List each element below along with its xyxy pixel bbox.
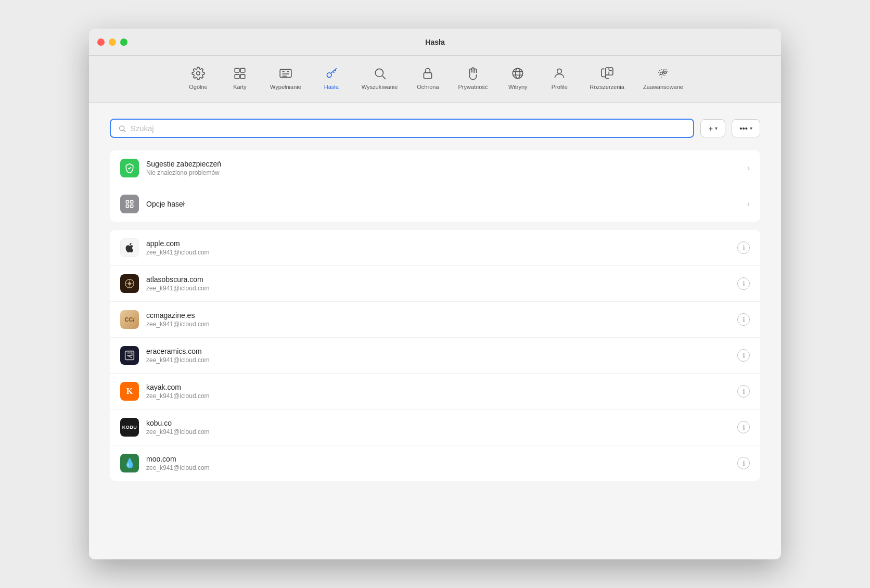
svg-line-25 (124, 130, 126, 132)
svg-point-17 (513, 68, 523, 79)
tab-zaawansowane[interactable]: Zaawansowane (634, 62, 693, 94)
svg-rect-26 (126, 200, 129, 203)
security-suggestions-row[interactable]: Sugestie zabezpieczeń Nie znaleziono pro… (110, 150, 760, 186)
tab-karty[interactable]: Karty (219, 62, 261, 94)
kobu-domain: kobu.co (146, 419, 730, 427)
cc-favicon: CC/ (120, 310, 139, 329)
kayak-info-button[interactable]: ℹ (737, 385, 750, 398)
atlas-favicon (120, 274, 139, 293)
kayak-email: zee_k941@icloud.com (146, 392, 730, 400)
tab-profile[interactable]: Profile (539, 62, 580, 94)
tab-zaawansowane-label: Zaawansowane (643, 84, 683, 90)
add-button[interactable]: + ▾ (700, 119, 725, 137)
tab-prywatnosc[interactable]: Prywatność (449, 62, 497, 94)
moo-text: moo.com zee_k941@icloud.com (146, 455, 730, 471)
search-input-icon (118, 124, 126, 133)
kayak-text: kayak.com zee_k941@icloud.com (146, 383, 730, 400)
globe-icon (510, 66, 525, 81)
tab-rozszerzenia-label: Rozszerzenia (590, 84, 624, 90)
era-favicon (120, 346, 139, 365)
list-item[interactable]: apple.com zee_k941@icloud.com ℹ (110, 230, 760, 266)
atlas-domain: atlasobscura.com (146, 275, 730, 284)
era-info-button[interactable]: ℹ (737, 349, 750, 362)
svg-rect-4 (240, 74, 245, 79)
svg-point-21 (557, 69, 562, 73)
tab-witryny-label: Witryny (508, 84, 528, 90)
svg-rect-29 (131, 205, 133, 208)
kobu-text: kobu.co zee_k941@icloud.com (146, 419, 730, 436)
tab-wypelnianie[interactable]: Wypełnianie (261, 62, 311, 94)
tab-ochrona-label: Ochrona (417, 84, 439, 90)
list-item[interactable]: 💧 moo.com zee_k941@icloud.com ℹ (110, 445, 760, 481)
minimize-button[interactable] (109, 39, 116, 46)
svg-rect-16 (424, 73, 432, 79)
options-icon (120, 195, 139, 213)
cc-info-button[interactable]: ℹ (737, 313, 750, 326)
more-chevron-icon: ▾ (750, 125, 752, 131)
svg-point-0 (197, 72, 200, 75)
list-item[interactable]: K kayak.com zee_k941@icloud.com ℹ (110, 374, 760, 410)
maximize-button[interactable] (120, 39, 127, 46)
person-icon (552, 66, 567, 81)
search-input[interactable] (131, 124, 686, 133)
svg-point-14 (375, 69, 383, 76)
tab-ogolne[interactable]: Ogólne (177, 62, 219, 94)
security-icon (120, 159, 139, 177)
search-icon (373, 66, 387, 81)
svg-point-10 (327, 73, 331, 78)
list-item[interactable]: atlasobscura.com zee_k941@icloud.com ℹ (110, 266, 760, 302)
apple-favicon (120, 238, 139, 257)
kobu-email: zee_k941@icloud.com (146, 428, 730, 436)
atlas-text: atlasobscura.com zee_k941@icloud.com (146, 275, 730, 292)
close-button[interactable] (97, 39, 105, 46)
tab-wyszukiwanie[interactable]: Wyszukiwanie (352, 62, 407, 94)
tab-wypelnianie-label: Wypełnianie (270, 84, 301, 90)
svg-line-12 (335, 70, 336, 71)
tab-karty-label: Karty (233, 84, 247, 90)
list-item[interactable]: KOBU kobu.co zee_k941@icloud.com ℹ (110, 410, 760, 445)
search-input-wrap[interactable] (110, 119, 694, 138)
tab-wyszukiwanie-label: Wyszukiwanie (362, 84, 398, 90)
atlas-info-button[interactable]: ℹ (737, 277, 750, 290)
tab-hasla[interactable]: Hasła (311, 62, 352, 94)
kobu-info-button[interactable]: ℹ (737, 421, 750, 433)
tab-witryny[interactable]: Witryny (497, 62, 539, 94)
puzzle-icon (600, 66, 615, 81)
apple-domain: apple.com (146, 239, 730, 248)
tab-prywatnosc-label: Prywatność (458, 84, 488, 90)
kayak-domain: kayak.com (146, 383, 730, 391)
more-button[interactable]: ••• ▾ (732, 119, 760, 137)
svg-line-15 (382, 76, 386, 79)
key-icon (324, 66, 339, 81)
svg-rect-28 (126, 205, 129, 208)
add-chevron-icon: ▾ (715, 125, 718, 131)
titlebar: Hasła (89, 29, 781, 56)
options-title: Opcje haseł (146, 200, 740, 208)
apple-info-button[interactable]: ℹ (737, 241, 750, 254)
security-text: Sugestie zabezpieczeń Nie znaleziono pro… (146, 160, 740, 176)
fill-icon (278, 66, 293, 81)
kobu-favicon: KOBU (120, 418, 139, 437)
tabs-icon (233, 66, 247, 81)
tab-hasla-label: Hasła (324, 84, 339, 90)
security-title: Sugestie zabezpieczeń (146, 160, 740, 168)
password-options-row[interactable]: Opcje haseł › (110, 186, 760, 222)
kayak-favicon: K (120, 382, 139, 401)
cc-domain: ccmagazine.es (146, 311, 730, 319)
svg-point-23 (660, 72, 663, 75)
window-title: Hasła (425, 38, 444, 46)
special-rows-card: Sugestie zabezpieczeń Nie znaleziono pro… (110, 150, 760, 222)
tab-ochrona[interactable]: Ochrona (407, 62, 449, 94)
tab-ogolne-label: Ogólne (189, 84, 207, 90)
tab-profile-label: Profile (552, 84, 568, 90)
moo-email: zee_k941@icloud.com (146, 464, 730, 471)
apple-email: zee_k941@icloud.com (146, 249, 730, 256)
svg-line-13 (333, 72, 334, 73)
atlas-email: zee_k941@icloud.com (146, 285, 730, 292)
tab-rozszerzenia[interactable]: Rozszerzenia (580, 62, 634, 94)
moo-info-button[interactable]: ℹ (737, 457, 750, 469)
cc-email: zee_k941@icloud.com (146, 321, 730, 328)
list-item[interactable]: CC/ ccmagazine.es zee_k941@icloud.com ℹ (110, 302, 760, 338)
list-item[interactable]: eraceramics.com zee_k941@icloud.com ℹ (110, 338, 760, 374)
gear-icon (191, 66, 206, 81)
